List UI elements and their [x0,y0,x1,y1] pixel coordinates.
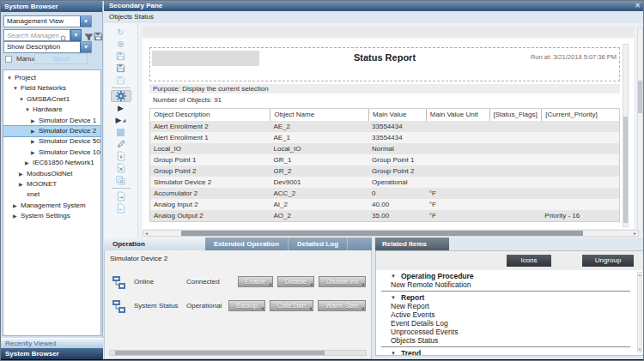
tab-detailed-log[interactable]: Detailed Log [289,238,348,250]
table-row[interactable]: Alert Enrollment 2AE_233554434 [150,121,619,132]
collapse-arrow-icon[interactable]: ▼ [25,105,33,115]
tree-item[interactable]: ▼Hardware [3,105,100,115]
run-button[interactable]: ▶ [111,102,131,114]
stop-button[interactable] [111,126,131,138]
report-horizontal-scrollbar[interactable]: ◄ ► [143,230,639,237]
copy-settings-button[interactable] [111,174,131,186]
description-dropdown[interactable]: Show Description ▼ [3,41,92,53]
tree-item[interactable]: ▼Project [3,73,100,83]
expand-arrow-icon[interactable]: ▶ [31,126,39,136]
view-dropdown[interactable]: Management View ▼ [3,15,92,27]
save-as-button[interactable] [111,62,131,74]
tree-item[interactable]: ▶Simulator Device 100 [3,147,100,158]
export-pdf-button[interactable] [111,150,131,162]
tree-item[interactable]: xnet [3,190,100,200]
scroll-thumb[interactable] [115,351,325,355]
collapse-arrow-icon[interactable]: ▼ [391,272,396,280]
export-page-button[interactable] [111,190,131,202]
expand-arrow-icon[interactable]: ▶ [31,136,39,147]
tree-item[interactable]: ▶Simulator Device 2 [3,126,100,136]
collapse-arrow-icon[interactable]: ▼ [7,73,15,83]
table-row[interactable]: Analog Output 2AO_235.00°FPriority - 16 [150,210,619,221]
tree-item[interactable]: ▶Simulator Device 1 [3,116,100,126]
tree-item[interactable]: ▶System Settings [3,211,100,221]
column-header[interactable]: Main Value Unit [426,109,489,121]
scroll-thumb[interactable] [638,81,642,113]
expand-arrow-icon[interactable]: ▶ [31,116,39,126]
report-vertical-scrollbar[interactable] [623,44,629,227]
enable-button[interactable]: Enable [238,276,273,287]
save-all-button[interactable] [111,74,131,86]
edit-pen-button[interactable] [111,138,131,150]
save-view-icon[interactable] [94,29,103,45]
related-item-link[interactable]: Unprocessed Events [376,328,635,336]
scroll-up-arrow-icon[interactable]: ▲ [638,273,641,277]
related-group-header[interactable]: ▼Operating Procedure [376,272,635,280]
column-header[interactable]: Object Name [270,109,368,121]
tab-operation[interactable]: Operation [104,238,205,250]
cold-start-button[interactable]: Cold Start [270,300,313,311]
expand-arrow-icon[interactable]: ▶ [25,158,33,168]
scroll-left-arrow-icon[interactable]: ◄ [144,231,149,236]
chevron-down-icon[interactable]: ▼ [80,42,91,52]
collapse-arrow-icon[interactable]: ▼ [391,293,396,302]
import-page-button[interactable] [111,202,131,214]
table-row[interactable]: Accumulator 2ACC_20°F [150,188,619,199]
table-row[interactable]: Simulator Device 2Dev9001Operational [150,177,619,188]
send-button[interactable]: Send [34,53,88,64]
search-chevron-down-icon[interactable]: ▼ [70,29,82,41]
backup-button[interactable]: Backup [228,300,265,311]
related-group-header[interactable]: ▼Trend [376,349,635,355]
scroll-thumb[interactable] [623,117,628,223]
refresh-button[interactable]: ↻ [111,26,131,38]
tree-item[interactable]: ▶Management System [3,201,100,211]
related-items-tab[interactable]: Related Items [375,238,449,250]
tree-item[interactable]: ▼Field Networks [3,83,100,93]
tab-extended-operation[interactable]: Extended Operation [205,238,289,250]
table-row[interactable]: Local_IOLocal_IONormal [150,143,619,154]
related-group-header[interactable]: ▼Report [376,293,635,302]
expand-arrow-icon[interactable]: ▶ [13,201,21,211]
scroll-thumb[interactable] [181,231,583,236]
save-button[interactable] [111,50,131,62]
related-item-link[interactable]: New Report [376,302,635,310]
recently-viewed-bar[interactable]: Recently Viewed [1,338,103,348]
collapse-arrow-icon[interactable]: ▼ [391,349,396,355]
column-header[interactable]: [Status_Flags] [489,109,542,121]
expand-arrow-icon[interactable]: ▶ [19,179,27,190]
icons-button[interactable]: Icons [507,255,551,267]
disable-button[interactable]: Disable [277,276,314,287]
table-row[interactable]: Alert Enrollment 1AE_133554434 [150,132,619,143]
run-options-button[interactable]: ▶◢ [111,114,131,126]
expand-arrow-icon[interactable]: ▶ [19,169,27,179]
tab-objects-status[interactable]: Objects Status [109,13,154,21]
scroll-right-arrow-icon[interactable]: ► [633,231,637,236]
chevron-down-icon[interactable]: ▼ [80,16,91,27]
system-browser-bar[interactable]: System Browser [1,348,103,359]
cancel-button[interactable]: ⊗ [111,38,131,50]
settings-gear-button[interactable] [111,90,131,102]
tree-item[interactable]: ▶IEC61850 Network1 [3,158,100,168]
warm-start-button[interactable]: Warm Start [318,300,366,311]
pane-vertical-scrollbar[interactable] [637,27,643,232]
related-item-link[interactable]: Objects Status [376,336,635,345]
export-excel-button[interactable] [111,162,131,174]
operation-horizontal-scrollbar[interactable] [109,350,367,356]
related-item-link[interactable]: Active Events [376,310,635,319]
tree-item[interactable]: ▶MOONET [3,179,100,190]
manual-checkbox[interactable] [5,56,12,63]
disable-init-button[interactable]: Disable Init [319,276,366,287]
tree-item[interactable]: ▶Simulator Device 50 [3,136,100,147]
expand-arrow-icon[interactable]: ▶ [13,211,21,221]
related-item-link[interactable]: Event Details Log [376,319,635,328]
column-header[interactable]: Main Value [368,109,426,121]
column-header[interactable]: [Current_Priority] [541,109,619,121]
related-item-link[interactable]: New Remote Notification [376,280,635,289]
collapse-arrow-icon[interactable]: ▼ [19,94,27,105]
expand-arrow-icon[interactable]: ▶ [31,147,39,158]
table-row[interactable]: Group Point 2GR_2Group Point 2 [150,165,619,177]
related-items-scrollbar[interactable]: ▲ ▼ [637,272,642,352]
ungroup-button[interactable]: Ungroup [582,255,634,267]
tree-item[interactable]: ▶ModbusOldNet [3,169,100,179]
column-header[interactable]: Object Description [150,109,270,121]
